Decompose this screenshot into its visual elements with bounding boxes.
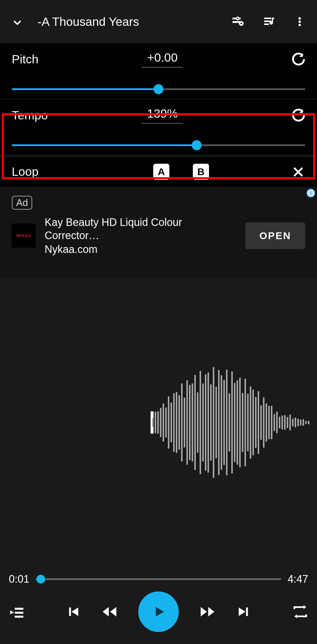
svg-marker-25 [239, 607, 245, 616]
appbar-actions [231, 15, 305, 29]
elapsed-time: 0:01 [9, 573, 29, 585]
ad-title: Kay Beauty HD Liquid Colour Corrector… [45, 216, 237, 242]
seek-slider[interactable] [36, 578, 281, 580]
pitch-slider[interactable] [12, 88, 305, 90]
svg-rect-5 [264, 18, 271, 19]
waveform-area[interactable] [0, 278, 317, 567]
loop-label: Loop [12, 165, 153, 179]
waveform [152, 367, 317, 478]
svg-marker-21 [156, 607, 164, 617]
ad-badge: Ad [12, 196, 32, 210]
timeline: 0:01 4:47 [0, 567, 317, 585]
svg-point-9 [299, 21, 301, 23]
ad-banner: i Ad NYKAA Kay Beauty HD Liquid Colour C… [0, 187, 317, 278]
svg-rect-13 [15, 608, 23, 610]
play-button[interactable] [138, 591, 179, 632]
chevron-down-icon[interactable] [12, 16, 23, 27]
svg-point-10 [299, 24, 301, 26]
ad-info-icon[interactable]: i [306, 189, 315, 197]
svg-marker-19 [103, 607, 109, 617]
svg-rect-17 [69, 607, 71, 616]
ad-domain: Nykaa.com [45, 243, 237, 256]
reset-icon[interactable] [291, 108, 305, 123]
tempo-label: Tempo [12, 109, 88, 122]
transport-controls [0, 585, 317, 644]
queue-add-icon[interactable] [9, 604, 25, 620]
pitch-label: Pitch [12, 53, 88, 66]
loop-b-button[interactable]: B [193, 164, 209, 180]
tempo-slider[interactable] [12, 144, 305, 146]
loop-a-button[interactable]: A [153, 164, 169, 180]
svg-rect-7 [264, 23, 269, 25]
pitch-value[interactable]: +0.00 [142, 51, 183, 68]
svg-point-3 [240, 23, 242, 24]
ad-text[interactable]: Kay Beauty HD Liquid Colour Corrector… N… [45, 216, 237, 256]
svg-point-8 [299, 17, 301, 20]
skip-previous-icon[interactable] [66, 604, 81, 619]
loop-control: Loop A B [0, 157, 317, 187]
tempo-value[interactable]: 139% [142, 107, 183, 124]
svg-rect-15 [15, 616, 23, 618]
appbar: -A Thousand Years [0, 0, 317, 43]
svg-point-4 [237, 17, 239, 20]
fast-forward-icon[interactable] [199, 604, 216, 620]
total-time: 4:47 [288, 573, 308, 585]
tempo-slider-thumb[interactable] [192, 140, 202, 150]
pitch-control: Pitch +0.00 [0, 43, 317, 99]
skip-next-icon[interactable] [236, 604, 251, 619]
reset-icon[interactable] [291, 52, 305, 67]
svg-marker-16 [10, 611, 14, 615]
svg-marker-18 [72, 607, 78, 616]
svg-rect-24 [246, 607, 248, 616]
song-title: -A Thousand Years [38, 15, 231, 29]
svg-rect-14 [15, 612, 23, 614]
svg-marker-20 [110, 607, 116, 617]
equalizer-settings-icon[interactable] [231, 15, 245, 29]
pitch-slider-thumb[interactable] [154, 84, 163, 94]
queue-music-icon[interactable] [262, 15, 276, 29]
repeat-icon[interactable] [292, 604, 308, 620]
svg-marker-22 [201, 607, 207, 617]
rewind-icon[interactable] [101, 604, 118, 620]
ad-thumbnail[interactable]: NYKAA [12, 224, 36, 248]
more-vert-icon[interactable] [294, 15, 305, 29]
seek-thumb[interactable] [36, 575, 45, 584]
close-icon[interactable] [291, 165, 305, 179]
tempo-control: Tempo 139% [0, 99, 317, 155]
ad-open-button[interactable]: OPEN [245, 222, 305, 249]
svg-marker-23 [208, 607, 214, 617]
